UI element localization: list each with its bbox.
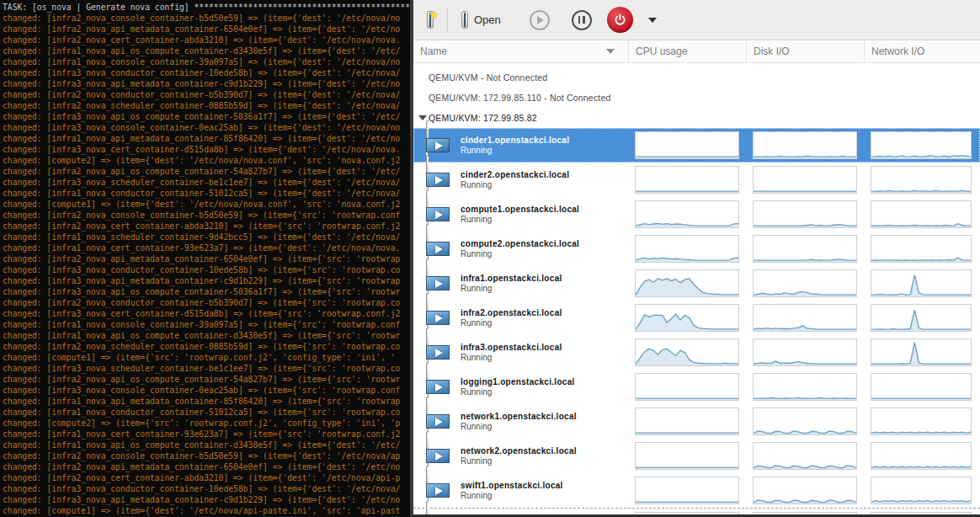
vm-row[interactable]: cinder1.openstackci.local Running bbox=[413, 128, 980, 163]
vm-status: Running bbox=[461, 353, 628, 362]
cpu-usage-sparkline bbox=[635, 200, 739, 228]
terminal-window[interactable]: TASK: [os_nova | Generate nova config] *… bbox=[0, 0, 410, 517]
disk-io-sparkline bbox=[753, 304, 857, 332]
cpu-usage-chart-cell bbox=[628, 163, 746, 197]
vm-row[interactable]: network1.openstackci.local Running bbox=[413, 404, 980, 439]
terminal-line: changed: [infra2_nova_api_metadata_conta… bbox=[3, 253, 410, 264]
disk-io-chart-cell bbox=[746, 509, 864, 517]
column-header-network-label: Network I/O bbox=[871, 45, 924, 57]
column-header-disk[interactable]: Disk I/O bbox=[746, 40, 864, 62]
terminal-line: changed: [infra1_nova_api_metadata_conta… bbox=[3, 133, 410, 144]
connection-row-qemu-110[interactable]: QEMU/KVM: 172.99.85.110 - Not Connected bbox=[413, 88, 980, 108]
screen: TASK: [os_nova | Generate nova config] *… bbox=[0, 0, 980, 517]
sort-descending-icon bbox=[606, 49, 615, 54]
terminal-line: changed: [infra2_nova_conductor_containe… bbox=[3, 89, 410, 100]
play-icon bbox=[537, 16, 544, 24]
network-io-chart-cell bbox=[864, 232, 980, 266]
list-header: Name CPU usage Disk I/O Network I/O bbox=[413, 40, 980, 63]
vm-text-cell: compute2.openstackci.local Running bbox=[461, 239, 628, 258]
vm-status: Running bbox=[461, 491, 628, 500]
disk-io-chart-cell bbox=[746, 232, 864, 266]
vm-name: cinder1.openstackci.local bbox=[461, 136, 628, 145]
connection-label: QEMU/KVM: 172.99.85.82 bbox=[429, 113, 537, 123]
vm-status: Running bbox=[461, 318, 628, 328]
terminal-line: changed: [infra3_nova_api_metadata_conta… bbox=[3, 494, 410, 505]
cpu-usage-chart-cell bbox=[628, 509, 746, 517]
vm-status: Running bbox=[461, 215, 628, 224]
network-io-sparkline bbox=[871, 235, 972, 263]
connection-row-qemu-local[interactable]: QEMU/KVM - Not Connected bbox=[413, 67, 980, 88]
vm-status: Running bbox=[461, 180, 628, 189]
column-header-name[interactable]: Name bbox=[413, 40, 628, 62]
new-vm-button[interactable]: ★ bbox=[422, 12, 439, 28]
connection-row-qemu-82[interactable]: QEMU/KVM: 172.99.85.82 bbox=[413, 108, 980, 128]
column-header-disk-label: Disk I/O bbox=[754, 45, 790, 57]
terminal-line: changed: [infra3_nova_cert_container-d51… bbox=[3, 308, 410, 319]
vm-icon-cell bbox=[413, 504, 461, 517]
terminal-line: changed: [compute1] => (item={'src': 'ro… bbox=[3, 352, 410, 363]
terminal-line: changed: [infra1_nova_cert_container-93e… bbox=[3, 429, 410, 440]
connection-label: QEMU/KVM - Not Connected bbox=[429, 72, 547, 83]
run-vm-button[interactable] bbox=[530, 10, 550, 30]
terminal-line: changed: [infra2_nova_api_os_compute_con… bbox=[3, 374, 410, 385]
vm-row[interactable]: compute2.openstackci.local Running bbox=[413, 232, 980, 266]
disk-io-sparkline bbox=[753, 269, 857, 297]
pause-vm-button[interactable] bbox=[572, 10, 592, 30]
vm-text-cell: cinder2.openstackci.local Running bbox=[461, 170, 628, 189]
terminal-line: changed: [infra1_nova_api_os_compute_con… bbox=[3, 45, 410, 56]
cpu-usage-sparkline bbox=[635, 512, 739, 517]
shutdown-vm-button[interactable] bbox=[607, 7, 633, 33]
vm-row[interactable]: compute1.openstackci.local Running bbox=[413, 197, 980, 232]
toolbar: ★ Open bbox=[413, 0, 980, 40]
chevron-down-icon bbox=[648, 18, 657, 23]
vm-row[interactable]: swift1.openstackci.local Running bbox=[413, 473, 980, 508]
terminal-line: changed: [infra3_nova_console_container-… bbox=[3, 385, 410, 396]
terminal-line: changed: [infra1_nova_console_container-… bbox=[3, 319, 410, 330]
vm-text-cell: cinder1.openstackci.local Running bbox=[461, 136, 628, 155]
expander-arrow-icon[interactable] bbox=[418, 115, 427, 120]
disk-io-sparkline bbox=[753, 477, 857, 504]
cpu-usage-sparkline bbox=[635, 269, 739, 297]
vm-text-cell: infra1.openstackci.local Running bbox=[461, 274, 628, 293]
shutdown-menu-button[interactable] bbox=[640, 16, 657, 24]
vm-row[interactable]: infra2.openstackci.local Running bbox=[413, 301, 980, 335]
disk-io-sparkline bbox=[753, 235, 857, 263]
open-vm-icon bbox=[461, 13, 468, 26]
network-io-chart-cell bbox=[864, 404, 980, 439]
column-header-cpu[interactable]: CPU usage bbox=[628, 40, 746, 62]
disk-io-sparkline bbox=[753, 131, 857, 159]
column-header-network[interactable]: Network I/O bbox=[864, 40, 980, 62]
vm-text-cell: compute1.openstackci.local Running bbox=[461, 205, 628, 224]
cpu-usage-chart-cell bbox=[628, 439, 746, 473]
network-io-sparkline bbox=[871, 131, 972, 159]
cpu-usage-sparkline bbox=[635, 442, 739, 470]
disk-io-sparkline bbox=[753, 408, 857, 435]
open-vm-button[interactable]: Open bbox=[456, 12, 506, 28]
network-io-chart-cell bbox=[864, 370, 980, 404]
cpu-usage-chart-cell bbox=[628, 404, 746, 439]
cpu-usage-sparkline bbox=[635, 304, 739, 332]
network-io-sparkline bbox=[871, 373, 972, 401]
network-io-sparkline bbox=[871, 338, 972, 366]
disk-io-chart-cell bbox=[746, 439, 864, 473]
vm-row[interactable]: logging1.openstackci.local Running bbox=[413, 370, 980, 404]
vm-status: Running bbox=[461, 146, 628, 155]
terminal-line: changed: [infra3_nova_api_os_compute_con… bbox=[3, 286, 410, 297]
vm-row[interactable] bbox=[413, 508, 980, 517]
terminal-line: changed: [infra3_nova_conductor_containe… bbox=[3, 67, 410, 78]
vm-row[interactable]: cinder2.openstackci.local Running bbox=[413, 163, 980, 197]
shutdown-icon bbox=[613, 13, 627, 27]
vm-status: Running bbox=[461, 456, 628, 466]
terminal-line: changed: [infra1_nova_api_os_compute_con… bbox=[3, 440, 410, 450]
vm-row[interactable]: infra1.openstackci.local Running bbox=[413, 266, 980, 301]
network-io-chart-cell bbox=[864, 266, 980, 301]
pause-icon bbox=[578, 16, 585, 24]
terminal-line: changed: [infra2_nova_conductor_containe… bbox=[3, 297, 410, 308]
network-io-chart-cell bbox=[864, 509, 980, 517]
vm-row[interactable]: network2.openstackci.local Running bbox=[413, 439, 980, 473]
disk-io-chart-cell bbox=[746, 404, 864, 439]
cpu-usage-sparkline bbox=[635, 131, 739, 159]
terminal-line: changed: [compute1] => (item={'dest': '/… bbox=[3, 199, 410, 210]
vm-row[interactable]: infra3.openstackci.local Running bbox=[413, 335, 980, 370]
disk-io-sparkline bbox=[753, 442, 857, 470]
